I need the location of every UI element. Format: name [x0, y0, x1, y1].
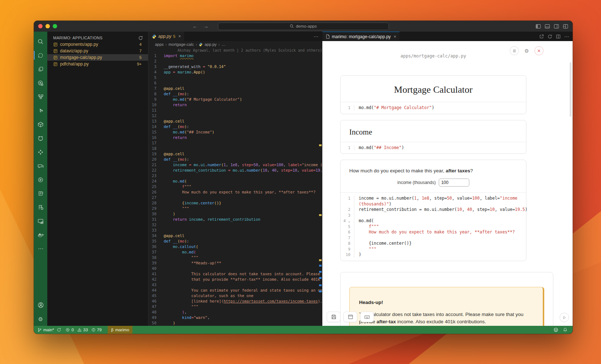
code-line[interactable]: 18 [148, 146, 322, 151]
run-circle-icon[interactable] [34, 173, 47, 187]
account-icon[interactable] [34, 298, 47, 312]
code-line[interactable]: 1mo.md("## Income") [343, 145, 526, 151]
shutdown-icon[interactable]: ✕ [534, 46, 544, 55]
code-line[interactable]: 10 return [148, 102, 322, 108]
code-line[interactable]: 3 [343, 213, 526, 219]
code-line[interactable]: 21 income = mo.ui.number(1, 1e8, step=50… [148, 162, 322, 168]
code-line[interactable]: 48 ), [148, 309, 322, 315]
code-line[interactable]: 32 [148, 222, 322, 228]
code-line[interactable]: 25 f""" [148, 184, 322, 189]
pages-icon[interactable] [34, 62, 47, 76]
code-line[interactable]: 28 {income.center()} [148, 200, 322, 206]
code-line[interactable]: 14def __(mo): [148, 124, 322, 129]
toggle-panel-bottom-icon[interactable] [545, 24, 550, 29]
close-tab-icon[interactable]: × [394, 34, 396, 39]
code-line[interactable]: 41 This calculator does not take taxes i… [148, 271, 322, 277]
close-window-button[interactable] [38, 24, 43, 28]
code-line[interactable]: 37 mo.md( [148, 249, 322, 255]
code-line[interactable]: 9 """ [343, 247, 526, 252]
code-line[interactable]: 10) [343, 252, 526, 258]
github-icon[interactable] [34, 131, 47, 145]
panels-button[interactable] [343, 312, 357, 322]
code-line[interactable]: 23 [148, 173, 322, 179]
code-line[interactable]: 43 [148, 282, 322, 288]
code-line[interactable]: 5 f""" [343, 224, 526, 230]
code-line[interactable]: 45 calculator, such as the one [148, 293, 322, 299]
menu-icon[interactable] [510, 46, 519, 55]
feedback-smiley-icon[interactable] [553, 327, 558, 332]
terraform-icon[interactable] [34, 104, 47, 117]
nav-forward-icon[interactable]: → [203, 23, 208, 29]
toggle-sidebar-right-icon[interactable] [554, 24, 559, 29]
debug-icon[interactable] [34, 200, 47, 214]
close-tab-icon[interactable]: × [178, 34, 181, 39]
code-line[interactable]: 13@app.cell [148, 119, 322, 124]
code-line[interactable]: 30 ) [148, 211, 322, 217]
sidebar-file-item[interactable]: mortgage-calc/app.py 5 [47, 54, 148, 61]
cell-code[interactable]: 1income = mo.ui.number(1, 1e8, step=50, … [341, 192, 526, 261]
save-button[interactable] [327, 312, 341, 322]
comments-icon[interactable] [34, 159, 47, 173]
customize-layout-icon[interactable] [563, 24, 568, 29]
editor-actions-more-icon[interactable]: ⋯ [314, 34, 318, 39]
code-line[interactable]: 16 return [148, 135, 322, 140]
more-icon[interactable] [34, 242, 47, 256]
code-line[interactable]: 49 kind="warn", [148, 315, 322, 320]
code-line[interactable]: 44 You can estimate your federal and sta… [148, 288, 322, 293]
code-line[interactable]: 6 [148, 80, 322, 86]
code-line[interactable]: 22 retirement_contribution = mo.ui.numbe… [148, 168, 322, 173]
refresh-icon[interactable] [138, 36, 143, 40]
code-line[interactable]: 36 mo.callout( [148, 244, 322, 249]
code-line[interactable]: 4app = marimo.App() [148, 69, 322, 75]
code-line[interactable]: 24 mo.md( [148, 179, 322, 184]
webview-scrollbar[interactable] [570, 62, 572, 117]
sidebar-file-item[interactable]: dataviz/app.py 7 [47, 48, 148, 54]
code-line[interactable]: 9 mo.md("# Mortgage Calculator") [148, 97, 322, 102]
reload-icon[interactable] [548, 34, 552, 39]
code-line[interactable]: 33 [148, 228, 322, 233]
code-line[interactable]: 6 How much do you expect to make this ye… [343, 229, 526, 235]
remote-monitor-icon[interactable] [34, 214, 47, 228]
code-line[interactable]: 5 [148, 75, 322, 80]
run-app-button[interactable] [560, 313, 569, 322]
code-line[interactable]: 27 [148, 195, 322, 200]
notebook-icon[interactable] [34, 187, 47, 200]
code-line[interactable]: 46 [linked here](https://smartasset.com/… [148, 299, 322, 304]
git-branch-status[interactable]: main* [37, 328, 61, 332]
code-line[interactable]: 2 [148, 59, 322, 64]
sidebar-file-item[interactable]: pdfchat/app.py 9+ [47, 61, 148, 67]
code-line[interactable]: 26 How much do you expect to make this y… [148, 189, 322, 195]
code-line[interactable]: 38 """ [148, 255, 322, 260]
zoom-window-button[interactable] [53, 24, 57, 28]
cell-code[interactable]: 1mo.md("# Mortgage Calculator") [341, 102, 526, 114]
keyboard-shortcuts-button[interactable] [360, 312, 374, 322]
code-line[interactable]: 31 return income, retirement_contributio… [148, 217, 322, 222]
toggle-sidebar-left-icon[interactable] [536, 24, 541, 29]
income-number-input[interactable] [439, 179, 469, 187]
settings-gear-icon[interactable]: ⚙ [34, 312, 47, 326]
code-line[interactable]: 7 [343, 235, 526, 241]
code-line[interactable]: 42 that you provide **after-tax** income… [148, 277, 322, 282]
command-center-search[interactable]: demo-apps [218, 23, 389, 30]
breadcrumb[interactable]: apps›mortgage-calc›app.py›… [148, 41, 322, 48]
code-line[interactable]: 1mo.md("# Mortgage Calculator") [343, 105, 526, 111]
minimize-window-button[interactable] [45, 24, 50, 28]
code-line[interactable]: 34@app.cell [148, 233, 322, 239]
code-line[interactable]: 17 [148, 140, 322, 146]
code-line[interactable]: 50 ) [148, 320, 322, 326]
code-line[interactable]: 3__generated_with = "0.0.14" [148, 64, 322, 69]
cell-code[interactable]: 1mo.md("## Income") [341, 142, 526, 154]
marimo-status-chip[interactable]: β marimo [108, 326, 132, 334]
app-settings-gear-icon[interactable]: ⚙ [522, 46, 531, 55]
docker-icon[interactable] [34, 228, 47, 242]
tab-marimo-webview[interactable]: marimo: mortgage-calc/app.py × [322, 32, 399, 41]
notifications-bell-icon[interactable] [563, 327, 568, 332]
code-line[interactable]: 1import marimo [148, 53, 322, 59]
components-icon[interactable] [34, 90, 47, 104]
code-line[interactable]: 47 """ [148, 304, 322, 309]
code-line[interactable]: 19@app.cell [148, 151, 322, 157]
split-editor-icon[interactable] [556, 34, 561, 39]
tab-app-py[interactable]: app.py 5 × [148, 32, 184, 41]
code-line[interactable]: 8def __(mo): [148, 91, 322, 97]
code-line[interactable]: (thousands)") [343, 201, 526, 207]
